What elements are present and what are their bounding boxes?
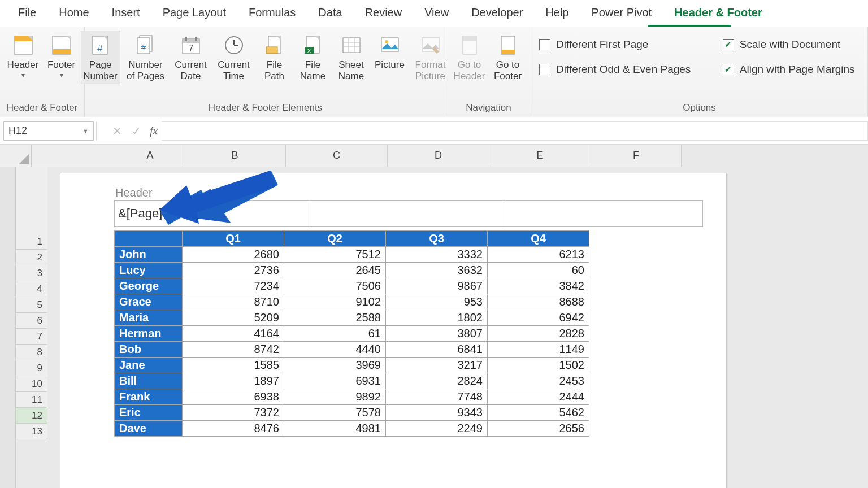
header-center-input[interactable] — [310, 201, 506, 226]
row-value-cell[interactable]: 6213 — [488, 247, 589, 263]
row-name-cell[interactable]: Bill — [115, 373, 183, 389]
tab-page-layout[interactable]: Page Layout — [151, 2, 237, 25]
row-value-cell[interactable]: 2680 — [183, 247, 284, 263]
row-value-cell[interactable]: 6931 — [284, 373, 386, 389]
row-11[interactable]: 11 — [16, 392, 47, 408]
table-header[interactable] — [115, 231, 183, 247]
table-row[interactable]: John2680751233326213 — [115, 247, 589, 263]
tab-insert[interactable]: Insert — [101, 2, 151, 25]
row-value-cell[interactable]: 2824 — [386, 373, 488, 389]
row-value-cell[interactable]: 2249 — [386, 421, 488, 437]
row-value-cell[interactable]: 6942 — [488, 310, 589, 326]
table-row[interactable]: George7234750698673842 — [115, 278, 589, 294]
row-13[interactable]: 13 — [16, 424, 47, 439]
data-table[interactable]: Q1Q2Q3Q4 John2680751233326213Lucy2736264… — [114, 230, 589, 437]
row-value-cell[interactable]: 3217 — [386, 358, 488, 373]
row-value-cell[interactable]: 7578 — [284, 405, 386, 421]
fx-icon[interactable]: fx — [146, 125, 162, 137]
footer-button[interactable]: Footer ▾ — [44, 30, 79, 82]
row-value-cell[interactable]: 7506 — [284, 278, 386, 294]
row-value-cell[interactable]: 7512 — [284, 247, 386, 263]
row-value-cell[interactable]: 2736 — [183, 263, 284, 278]
col-D[interactable]: D — [388, 145, 489, 167]
tab-review[interactable]: Review — [354, 2, 414, 25]
file-name-button[interactable]: X File Name — [296, 30, 331, 84]
row-name-cell[interactable]: Bob — [115, 342, 183, 358]
row-value-cell[interactable]: 2453 — [488, 373, 589, 389]
row-value-cell[interactable]: 9867 — [386, 278, 488, 294]
table-row[interactable]: Frank6938989277482444 — [115, 389, 589, 405]
row-value-cell[interactable]: 1149 — [488, 342, 589, 358]
row-value-cell[interactable]: 4981 — [284, 421, 386, 437]
cancel-icon[interactable]: ✕ — [107, 124, 127, 138]
row-value-cell[interactable]: 1502 — [488, 358, 589, 373]
table-row[interactable]: Bob8742444068411149 — [115, 342, 589, 358]
number-of-pages-button[interactable]: # Number of Pages — [124, 30, 168, 84]
row-6[interactable]: 6 — [16, 313, 47, 329]
file-path-button[interactable]: File Path — [257, 30, 292, 84]
row-name-cell[interactable]: Grace — [115, 294, 183, 310]
chevron-down-icon[interactable]: ▼ — [83, 128, 89, 134]
opt-diff-oddeven[interactable]: Different Odd & Even Pages — [537, 60, 698, 79]
row-8[interactable]: 8 — [16, 345, 47, 360]
row-value-cell[interactable]: 3332 — [386, 247, 488, 263]
table-row[interactable]: Lucy27362645363260 — [115, 263, 589, 278]
table-header[interactable]: Q4 — [488, 231, 589, 247]
col-B[interactable]: B — [184, 145, 286, 167]
row-value-cell[interactable]: 7372 — [183, 405, 284, 421]
tab-developer[interactable]: Developer — [460, 2, 534, 25]
row-value-cell[interactable]: 2656 — [488, 421, 589, 437]
row-9[interactable]: 9 — [16, 360, 47, 376]
opt-align[interactable]: ✔ Align with Page Margins — [721, 60, 862, 79]
row-1[interactable]: 1 — [16, 234, 47, 250]
table-row[interactable]: Dave8476498122492656 — [115, 421, 589, 437]
header-right-input[interactable] — [506, 201, 702, 226]
current-time-button[interactable]: Current Time — [214, 30, 254, 84]
row-name-cell[interactable]: Dave — [115, 421, 183, 437]
table-row[interactable]: Maria5209258818026942 — [115, 310, 589, 326]
tab-header-footer[interactable]: Header & Footer — [663, 2, 774, 25]
row-value-cell[interactable]: 61 — [284, 326, 386, 342]
row-value-cell[interactable]: 1897 — [183, 373, 284, 389]
row-value-cell[interactable]: 953 — [386, 294, 488, 310]
tab-formulas[interactable]: Formulas — [237, 2, 307, 25]
header-button[interactable]: Header ▾ — [6, 30, 41, 82]
row-value-cell[interactable]: 4440 — [284, 342, 386, 358]
opt-diff-first[interactable]: Different First Page — [537, 35, 698, 54]
row-value-cell[interactable]: 8742 — [183, 342, 284, 358]
row-5[interactable]: 5 — [16, 297, 47, 313]
col-F[interactable]: F — [591, 145, 682, 167]
row-value-cell[interactable]: 8710 — [183, 294, 284, 310]
row-12[interactable]: 12 — [16, 408, 47, 424]
picture-button[interactable]: Picture — [372, 30, 407, 73]
row-value-cell[interactable]: 7748 — [386, 389, 488, 405]
tab-view[interactable]: View — [413, 2, 460, 25]
row-value-cell[interactable]: 7234 — [183, 278, 284, 294]
row-value-cell[interactable]: 1802 — [386, 310, 488, 326]
tab-home[interactable]: Home — [47, 2, 100, 25]
row-name-cell[interactable]: Eric — [115, 405, 183, 421]
table-row[interactable]: Bill1897693128242453 — [115, 373, 589, 389]
row-value-cell[interactable]: 4164 — [183, 326, 284, 342]
current-date-button[interactable]: 7 Current Date — [171, 30, 211, 84]
goto-footer-button[interactable]: Go to Footer — [491, 30, 526, 84]
row-2[interactable]: 2 — [16, 250, 47, 265]
table-header[interactable]: Q1 — [183, 231, 284, 247]
row-value-cell[interactable]: 2645 — [284, 263, 386, 278]
tab-help[interactable]: Help — [534, 2, 580, 25]
tab-data[interactable]: Data — [307, 2, 353, 25]
table-row[interactable]: Herman41646138072828 — [115, 326, 589, 342]
opt-scale[interactable]: ✔ Scale with Document — [721, 35, 862, 54]
row-name-cell[interactable]: John — [115, 247, 183, 263]
row-value-cell[interactable]: 3842 — [488, 278, 589, 294]
row-name-cell[interactable]: Frank — [115, 389, 183, 405]
row-value-cell[interactable]: 8688 — [488, 294, 589, 310]
col-E[interactable]: E — [489, 145, 591, 167]
sheet-name-button[interactable]: Sheet Name — [334, 30, 369, 84]
table-row[interactable]: Eric7372757893435462 — [115, 405, 589, 421]
row-3[interactable]: 3 — [16, 265, 47, 281]
row-name-cell[interactable]: Lucy — [115, 263, 183, 278]
select-all-corner[interactable] — [0, 145, 32, 167]
table-header[interactable]: Q2 — [284, 231, 386, 247]
row-value-cell[interactable]: 6938 — [183, 389, 284, 405]
